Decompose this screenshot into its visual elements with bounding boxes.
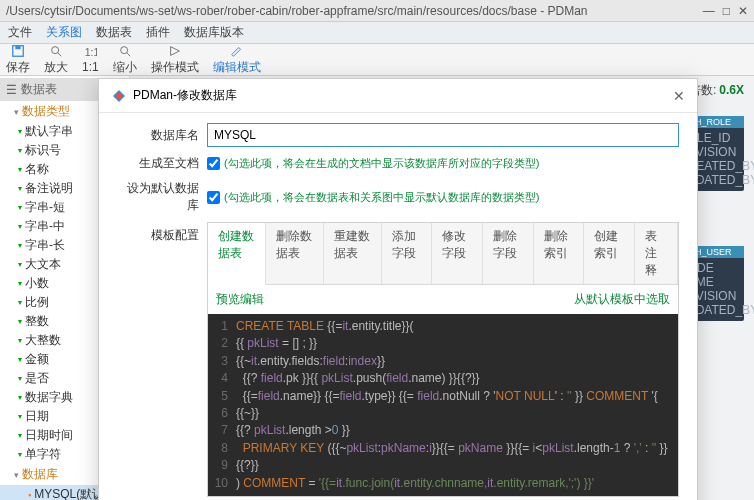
template-tab[interactable]: 添加字段 xyxy=(382,223,433,284)
window-path: /Users/cytsir/Documents/ws-set/ws-rober/… xyxy=(6,4,588,18)
minimize-icon[interactable]: — xyxy=(703,4,715,18)
template-tab[interactable]: 表注释 xyxy=(635,223,678,284)
svg-line-3 xyxy=(58,52,62,56)
template-tab[interactable]: 创建数据表 xyxy=(208,223,266,285)
template-tab[interactable]: 删除字段 xyxy=(483,223,534,284)
code-editor[interactable]: 1CREATE TABLE {{=it.entity.title}}(2{{ p… xyxy=(208,314,678,496)
dbname-input[interactable] xyxy=(207,123,679,147)
menu-file[interactable]: 文件 xyxy=(8,24,32,41)
tb-zoomout[interactable]: 缩小 xyxy=(113,44,137,76)
template-tab[interactable]: 重建数据表 xyxy=(324,223,382,284)
menubar: 文件 关系图 数据表 插件 数据库版本 xyxy=(0,22,754,44)
label-gendoc: 生成至文档 xyxy=(117,155,207,172)
tb-save[interactable]: 保存 xyxy=(6,44,30,76)
tb-opmode[interactable]: 操作模式 xyxy=(151,44,199,76)
label-tpl: 模板配置 xyxy=(117,222,207,244)
tb-editmode[interactable]: 编辑模式 xyxy=(213,44,261,76)
maximize-icon[interactable]: □ xyxy=(723,4,730,18)
label-dbname: 数据库名 xyxy=(117,127,207,144)
template-tabs: 创建数据表删除数据表重建数据表添加字段修改字段删除字段删除索引创建索引表注释 xyxy=(208,223,678,285)
tb-zoomin[interactable]: 放大 xyxy=(44,44,68,76)
menu-dbver[interactable]: 数据库版本 xyxy=(184,24,244,41)
template-tab[interactable]: 创建索引 xyxy=(584,223,635,284)
modal-title: PDMan-修改数据库 xyxy=(133,87,237,104)
modal-close-icon[interactable]: ✕ xyxy=(673,88,685,104)
default-checkbox[interactable] xyxy=(207,191,220,204)
default-hint: (勾选此项，将会在数据表和关系图中显示默认数据库的数据类型) xyxy=(224,190,539,205)
tb-11[interactable]: 1:11:1 xyxy=(82,45,99,74)
svg-line-6 xyxy=(126,52,130,56)
toolbar: 保存 放大 1:11:1 缩小 操作模式 编辑模式 xyxy=(0,44,754,76)
close-icon[interactable]: ✕ xyxy=(738,4,748,18)
gendoc-hint: (勾选此项，将会在生成的文档中显示该数据库所对应的字段类型) xyxy=(224,156,539,171)
menu-table[interactable]: 数据表 xyxy=(96,24,132,41)
template-tab[interactable]: 删除数据表 xyxy=(266,223,324,284)
template-tab[interactable]: 修改字段 xyxy=(432,223,483,284)
modal-header: PDMan-修改数据库 ✕ xyxy=(99,79,697,113)
select-default-link[interactable]: 从默认模板中选取 xyxy=(574,291,670,308)
svg-rect-1 xyxy=(15,45,20,49)
svg-text:1:1: 1:1 xyxy=(85,46,97,58)
menu-relation[interactable]: 关系图 xyxy=(46,24,82,41)
gendoc-checkbox[interactable] xyxy=(207,157,220,170)
preview-link[interactable]: 预览编辑 xyxy=(216,291,264,308)
svg-point-2 xyxy=(52,46,59,53)
template-tab[interactable]: 删除索引 xyxy=(534,223,585,284)
titlebar: /Users/cytsir/Documents/ws-set/ws-rober/… xyxy=(0,0,754,22)
svg-point-5 xyxy=(120,46,127,53)
label-default: 设为默认数据库 xyxy=(117,180,207,214)
menu-plugin[interactable]: 插件 xyxy=(146,24,170,41)
edit-db-modal: PDMan-修改数据库 ✕ 数据库名 生成至文档 (勾选此项，将会在生成的文档中… xyxy=(98,78,698,500)
app-logo-icon xyxy=(111,88,127,104)
